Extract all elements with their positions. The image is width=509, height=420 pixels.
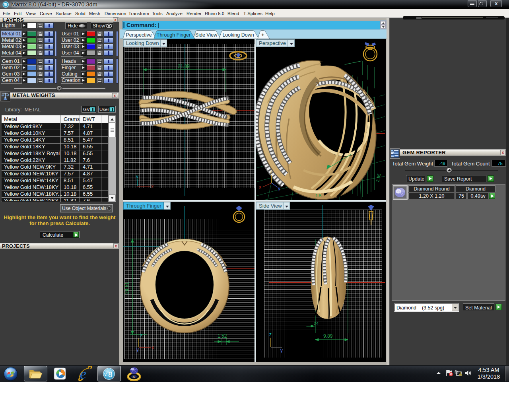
svg-text:x: x (151, 184, 153, 189)
svg-text:24.51: 24.51 (124, 282, 130, 294)
svg-text:Perspective: Perspective (126, 32, 152, 38)
svg-text:v.: v. (104, 371, 107, 377)
svg-text:y: y (280, 348, 283, 353)
svg-text:2.55: 2.55 (375, 173, 381, 182)
svg-text:1.52: 1.52 (218, 333, 227, 339)
svg-text:z: z (140, 333, 142, 338)
svg-text:1.5: 1.5 (315, 193, 321, 198)
svg-text:y: y (136, 347, 139, 352)
svg-text:24: 24 (314, 321, 319, 326)
svg-text:x: x (259, 184, 261, 190)
svg-text:e: e (80, 366, 86, 381)
svg-text:x: x (152, 345, 154, 350)
svg-text:y: y (136, 174, 138, 179)
svg-text:y: y (278, 186, 280, 191)
svg-text:Side View: Side View (195, 32, 218, 38)
svg-text:Through Finger: Through Finger (157, 32, 190, 38)
svg-text:8: 8 (108, 370, 113, 379)
svg-text:9.89: 9.89 (323, 333, 333, 339)
svg-text:21.89: 21.89 (178, 64, 190, 69)
svg-text:Looking Down: Looking Down (222, 32, 254, 38)
svg-text:z: z (269, 332, 272, 337)
svg-text:+: + (261, 32, 264, 38)
svg-text:z: z (270, 169, 272, 175)
svg-text:A: A (132, 375, 135, 379)
